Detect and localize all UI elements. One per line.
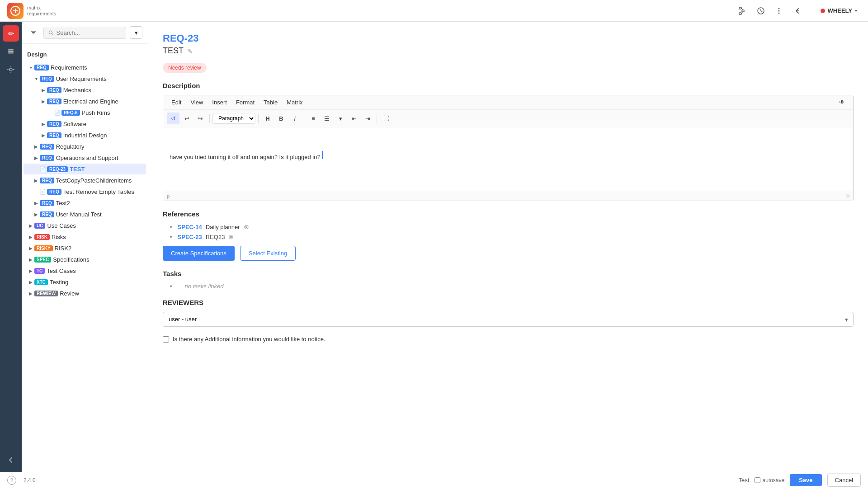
sidebar-item-req-23[interactable]: ▶ 📄 REQ-23 TEST xyxy=(24,164,146,174)
sidebar-item-spec-root[interactable]: ▶ SPEC Specifications xyxy=(24,254,146,265)
sidebar-item-req-regulatory[interactable]: ▶ REQ Regulatory xyxy=(24,141,146,152)
badge-req-electrical: REQ xyxy=(47,99,61,104)
sidebar-item-risk-root[interactable]: ▶ RISK Risks xyxy=(24,231,146,242)
sidebar-item-risky-root[interactable]: ▶ RISKY RISK2 xyxy=(24,243,146,253)
eye-icon[interactable]: 👁 xyxy=(835,97,849,108)
search-icon xyxy=(48,30,54,36)
badge-req-testremove: REQ xyxy=(47,189,61,195)
toolbar-ol-dropdown-btn[interactable]: ▾ xyxy=(334,113,347,124)
filter-button[interactable] xyxy=(27,26,40,39)
references-section: References SPEC-14 Daily planner ⊗ SPEC-… xyxy=(163,210,854,261)
toolbar-fullscreen-btn[interactable]: ⛶ xyxy=(380,113,392,124)
history-icon[interactable] xyxy=(754,4,768,18)
save-button[interactable]: Save xyxy=(790,474,821,486)
sidebar-item-req-electrical[interactable]: ▶ REQ Electrical and Engine xyxy=(24,96,146,107)
editor-body[interactable]: have you tried turning it off and on aga… xyxy=(163,127,853,191)
menu-insert[interactable]: Insert xyxy=(208,97,231,108)
toolbar-h-btn[interactable]: H xyxy=(261,113,274,124)
badge-tc-root: TC xyxy=(34,268,45,274)
sidebar-item-req-software[interactable]: ▶ REQ Software xyxy=(24,118,146,129)
sidebar-item-req-user[interactable]: ▾ REQ User Requirements xyxy=(24,73,146,84)
badge-req-user: REQ xyxy=(40,76,54,82)
tasks-list: no tasks linked xyxy=(170,283,854,290)
cancel-button[interactable]: Cancel xyxy=(827,474,861,487)
star-rail-icon[interactable] xyxy=(3,61,19,78)
topbar-icons xyxy=(728,4,811,18)
menu-edit[interactable]: Edit xyxy=(167,97,186,108)
help-icon[interactable]: ? xyxy=(7,476,16,485)
edit-rail-icon[interactable]: ✏ xyxy=(3,25,19,42)
svg-point-16 xyxy=(9,68,12,71)
ref-text-spec23: REQ23 xyxy=(206,234,225,240)
toolbar-undo-btn[interactable]: ↩ xyxy=(180,113,193,124)
sidebar-item-req-testcopy[interactable]: ▶ REQ TestCopyPasteChildrenItems xyxy=(24,175,146,186)
menu-matrix[interactable]: Matrix xyxy=(282,97,307,108)
ref-delete-spec23[interactable]: ⊗ xyxy=(228,233,234,240)
toolbar-outdent-btn[interactable]: ⇤ xyxy=(348,113,360,124)
paragraph-style-select[interactable]: Paragraph Heading 1 Heading 2 xyxy=(212,113,255,124)
collapse-rail-icon[interactable] xyxy=(3,452,19,468)
no-tasks-text: no tasks linked xyxy=(185,283,224,290)
sidebar-item-req-test2[interactable]: ▶ REQ Test2 xyxy=(24,197,146,208)
sidebar-item-req-industrial[interactable]: ▶ REQ Industrial Design xyxy=(24,130,146,141)
label-tc-root: Test Cases xyxy=(47,267,142,274)
sidebar-item-req-mechanics[interactable]: ▶ REQ Mechanics xyxy=(24,84,146,95)
search-input[interactable] xyxy=(57,29,121,36)
topbar-right: WHEELY ▾ xyxy=(728,4,861,18)
label-req-user: User Requirements xyxy=(56,75,142,82)
toolbar-ul-btn[interactable]: ≡ xyxy=(307,113,320,124)
toolbar-ol-btn[interactable]: ☰ xyxy=(321,113,333,124)
toggle-req-operations: ▶ xyxy=(33,154,40,161)
sidebar-item-xtc-root[interactable]: ▶ XTC Testing xyxy=(24,277,146,287)
additional-info-checkbox[interactable] xyxy=(163,336,169,343)
toolbar-italic-btn[interactable]: I xyxy=(288,113,301,124)
label-req-software: Software xyxy=(63,121,142,127)
doc-icon-req23: 📄 xyxy=(40,166,46,172)
sidebar-item-req-root[interactable]: ▾ REQ Requirements xyxy=(24,62,146,73)
sidebar-item-req-pushrim[interactable]: ▶ 📄 REQ-6 Push Rims xyxy=(24,107,146,118)
autosave-checkbox[interactable] xyxy=(755,477,760,483)
sidebar-header: ▾ xyxy=(22,22,148,44)
menu-view[interactable]: View xyxy=(186,97,208,108)
toggle-req-mechanics: ▶ xyxy=(40,86,47,94)
reviewers-title: REVIEWERS xyxy=(163,299,854,306)
more-icon[interactable] xyxy=(772,4,786,18)
svg-line-25 xyxy=(52,33,53,35)
toolbar-bold-btn[interactable]: B xyxy=(275,113,288,124)
menu-format[interactable]: Format xyxy=(231,97,259,108)
label-req-electrical: Electrical and Engine xyxy=(63,98,142,105)
diagram-icon[interactable] xyxy=(736,4,750,18)
ref-delete-spec14[interactable]: ⊗ xyxy=(244,223,249,230)
menu-table[interactable]: Table xyxy=(259,97,282,108)
sidebar-item-rewiew-root[interactable]: ▶ REWIEW Review xyxy=(24,288,146,299)
ref-link-spec14[interactable]: SPEC-14 xyxy=(178,224,202,230)
badge-risky-root: RISKY xyxy=(34,245,53,251)
user-badge[interactable]: WHEELY ▾ xyxy=(817,5,861,16)
resize-handle[interactable]: ⇲ xyxy=(845,193,849,199)
svg-point-11 xyxy=(778,12,779,14)
sidebar-item-req-testremove[interactable]: ▶ 📄 REQ Test Remove Empty Tables xyxy=(24,186,146,197)
sidebar-item-uc-root[interactable]: ▶ UC Use Cases xyxy=(24,220,146,231)
select-existing-button[interactable]: Select Existing xyxy=(240,246,296,261)
toolbar-undo-circle-btn[interactable]: ↺ xyxy=(167,113,179,124)
create-specifications-button[interactable]: Create Specifications xyxy=(163,246,235,261)
badge-spec-root: SPEC xyxy=(34,257,51,263)
back-icon[interactable] xyxy=(790,4,804,18)
logo-text: matrix requirements xyxy=(27,5,56,16)
sidebar-item-req-usermanual[interactable]: ▶ REQ User Manual Test xyxy=(24,209,146,220)
search-dropdown-button[interactable]: ▾ xyxy=(130,26,142,39)
reviewer-select[interactable]: user - user xyxy=(163,312,854,327)
toggle-uc-root: ▶ xyxy=(27,222,34,229)
status-badge[interactable]: Needs review xyxy=(163,63,207,73)
layers-rail-icon[interactable] xyxy=(3,43,19,60)
ref-link-spec23[interactable]: SPEC-23 xyxy=(178,234,202,240)
search-box xyxy=(43,27,126,39)
topbar: matrix requirements xyxy=(0,0,868,22)
toggle-spec-root: ▶ xyxy=(27,256,34,263)
toolbar-redo-btn[interactable]: ↪ xyxy=(194,113,207,124)
editor-footer-tag: p xyxy=(167,193,170,199)
edit-name-button[interactable]: ✎ xyxy=(187,47,193,55)
toolbar-indent-btn[interactable]: ⇥ xyxy=(361,113,374,124)
sidebar-item-req-operations[interactable]: ▶ REQ Operations and Support xyxy=(24,152,146,163)
sidebar-item-tc-root[interactable]: ▶ TC Test Cases xyxy=(24,265,146,276)
